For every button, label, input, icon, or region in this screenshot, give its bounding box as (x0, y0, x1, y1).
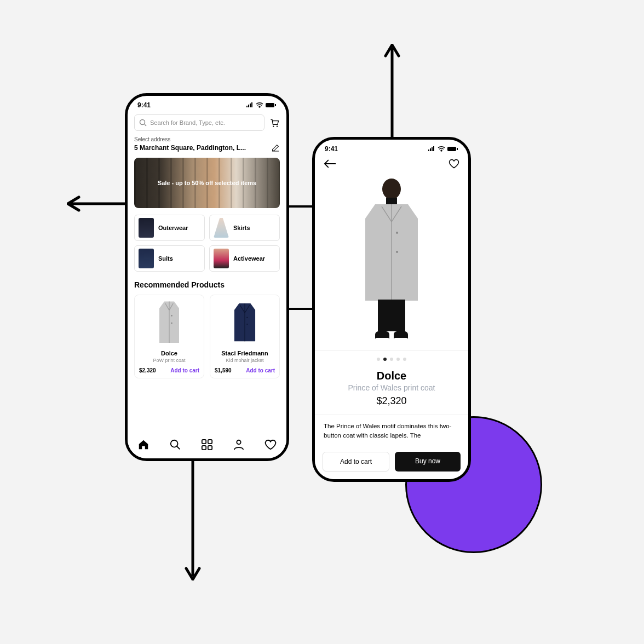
nav-search-icon[interactable] (169, 439, 181, 451)
back-icon[interactable] (324, 159, 336, 168)
status-time: 9:41 (325, 145, 338, 153)
detail-name: Prince of Wales print coat (324, 383, 459, 392)
phone-home-screen: 9:41 Search for Brand, Type, etc. Select… (125, 93, 289, 461)
status-icons (428, 146, 458, 152)
category-label: Suits (158, 255, 173, 262)
carousel-dot[interactable] (377, 358, 380, 361)
svg-point-3 (273, 126, 274, 127)
svg-point-6 (171, 323, 173, 324)
category-grid: Outerwear Skirts Suits Activewear (134, 215, 280, 272)
connector-line (286, 205, 314, 208)
phone-detail-screen: 9:41 Dolce Prince (312, 137, 471, 482)
battery-icon (447, 146, 458, 152)
product-name: Kid mohair jacket (215, 358, 275, 363)
svg-point-14 (237, 440, 240, 444)
category-thumb (214, 218, 229, 238)
add-to-cart-link[interactable]: Add to cart (246, 367, 275, 373)
arrow-up (383, 44, 401, 142)
carousel-dot[interactable] (403, 358, 406, 361)
edit-icon[interactable] (271, 143, 280, 152)
svg-rect-0 (266, 103, 274, 107)
search-input[interactable]: Search for Brand, Type, etc. (134, 114, 264, 131)
svg-point-20 (396, 251, 398, 253)
category-suits[interactable]: Suits (134, 245, 205, 272)
product-name: PoW print coat (139, 358, 199, 363)
svg-point-8 (246, 324, 248, 325)
address-label: Select address (134, 136, 280, 142)
detail-description: The Prince of Wales motif dominates this… (315, 415, 468, 440)
nav-favorites-icon[interactable] (264, 439, 277, 451)
product-brand: Staci Friedmann (215, 350, 275, 357)
add-to-cart-link[interactable]: Add to cart (170, 367, 199, 373)
product-card[interactable]: Staci Friedmann Kid mohair jacket $1,590… (210, 295, 280, 378)
status-time: 9:41 (137, 101, 151, 109)
svg-point-5 (171, 315, 173, 317)
svg-point-17 (382, 179, 401, 199)
buy-now-button[interactable]: Buy now (395, 452, 461, 472)
product-price: $2,320 (139, 367, 156, 373)
svg-rect-18 (386, 198, 397, 205)
svg-rect-11 (208, 440, 212, 444)
favorite-icon[interactable] (449, 158, 459, 169)
category-activewear[interactable]: Activewear (209, 245, 280, 272)
detail-price: $2,320 (324, 395, 459, 407)
svg-rect-12 (202, 446, 206, 450)
svg-rect-21 (378, 300, 405, 331)
sale-banner-text: Sale - up to 50% off selected items (158, 180, 256, 186)
search-icon (139, 119, 147, 127)
svg-rect-25 (394, 338, 408, 341)
status-bar: 9:41 (315, 140, 468, 156)
product-image (139, 300, 199, 347)
product-brand: Dolce (139, 350, 199, 357)
battery-icon (266, 102, 277, 108)
svg-point-4 (277, 126, 278, 127)
svg-rect-1 (275, 104, 276, 106)
arrow-down (184, 460, 202, 580)
product-card[interactable]: Dolce PoW print coat $2,320 Add to cart (134, 295, 204, 378)
svg-rect-15 (447, 147, 456, 151)
arrow-left (67, 195, 133, 212)
category-thumb (139, 249, 154, 268)
connector-line (286, 308, 314, 310)
status-bar: 9:41 (128, 96, 286, 112)
svg-point-9 (171, 440, 178, 447)
svg-rect-16 (457, 148, 458, 150)
nav-profile-icon[interactable] (233, 439, 245, 451)
product-image (215, 300, 275, 347)
nav-home-icon[interactable] (137, 439, 150, 451)
add-to-cart-button[interactable]: Add to cart (323, 452, 389, 472)
product-hero-image[interactable] (315, 169, 468, 351)
detail-brand: Dolce (324, 370, 459, 382)
category-skirts[interactable]: Skirts (209, 215, 280, 241)
carousel-dot[interactable] (390, 358, 393, 361)
product-price: $1,590 (215, 367, 232, 373)
carousel-dot[interactable] (396, 358, 400, 361)
wifi-icon (438, 146, 445, 152)
svg-point-2 (140, 120, 145, 125)
cart-icon[interactable] (269, 117, 280, 128)
carousel-dot-active[interactable] (383, 358, 387, 361)
carousel-dots[interactable] (315, 351, 468, 367)
sale-banner[interactable]: Sale - up to 50% off selected items (134, 158, 280, 208)
category-thumb (139, 218, 154, 238)
category-outerwear[interactable]: Outerwear (134, 215, 205, 241)
category-label: Outerwear (158, 225, 188, 231)
svg-rect-24 (375, 338, 389, 341)
svg-point-7 (246, 317, 248, 318)
svg-rect-10 (202, 440, 206, 444)
address-value[interactable]: 5 Marchant Square, Paddington, L... (134, 144, 246, 152)
bottom-nav (128, 432, 286, 458)
svg-rect-13 (208, 446, 212, 450)
signal-icon (428, 146, 435, 152)
wifi-icon (256, 102, 263, 108)
recommended-heading: Recommended Products (134, 280, 280, 289)
signal-icon (246, 102, 254, 108)
category-label: Skirts (233, 225, 250, 231)
search-placeholder: Search for Brand, Type, etc. (150, 119, 225, 126)
nav-grid-icon[interactable] (201, 439, 213, 451)
svg-point-19 (396, 232, 398, 234)
category-thumb (214, 249, 229, 268)
status-icons (246, 102, 277, 108)
category-label: Activewear (233, 255, 265, 262)
